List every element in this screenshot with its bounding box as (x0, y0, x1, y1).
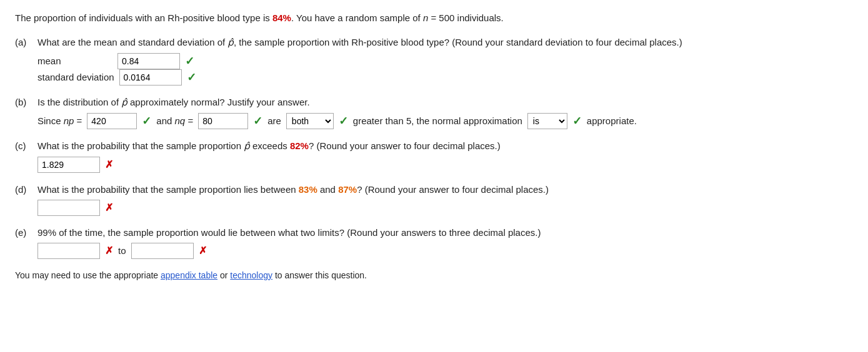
part-c-row: ✗ (37, 157, 853, 173)
np-check-icon: ✓ (142, 114, 151, 128)
section-d-question: What is the probability that the sample … (37, 184, 549, 195)
is-dropdown[interactable]: is is not (527, 113, 567, 129)
section-d: (d) What is the probability that the sam… (15, 184, 853, 216)
since-label: Since np = (37, 115, 82, 126)
section-b-body: Since np = ✓ and nq = ✓ are both neither… (37, 113, 853, 129)
section-e: (e) 99% of the time, the sample proporti… (15, 227, 853, 259)
part-c-percent: 82% (290, 140, 309, 151)
nq-input[interactable] (198, 113, 248, 129)
technology-link[interactable]: technology (230, 270, 272, 280)
section-a-body: mean ✓ standard deviation ✓ (37, 53, 853, 86)
part-e-x-icon2: ✗ (199, 245, 207, 257)
and-nq-label: and nq = (156, 115, 193, 126)
part-d-percent2: 87% (338, 184, 357, 195)
to-label: to (118, 245, 126, 256)
part-d-x-icon: ✗ (105, 202, 113, 213)
sd-label: standard deviation (37, 72, 114, 82)
section-d-letter: (d) (15, 184, 32, 195)
sd-row: standard deviation ✓ (37, 69, 853, 86)
section-a-letter: (a) (15, 37, 32, 47)
sd-input[interactable] (119, 69, 182, 86)
part-c-x-icon: ✗ (105, 159, 113, 170)
part-e-input2[interactable] (131, 243, 194, 259)
section-b-letter: (b) (15, 97, 32, 107)
intro-equals: = 500 individuals. (428, 12, 504, 23)
section-e-question: 99% of the time, the sample proportion w… (37, 227, 541, 238)
section-a-label: (a) What are the mean and standard devia… (15, 37, 853, 48)
both-dropdown[interactable]: both neither only np only nq (286, 113, 334, 129)
section-b: (b) Is the distribution of p̂ approximat… (15, 97, 853, 129)
mean-label: mean (37, 56, 112, 66)
appendix-table-link[interactable]: appendix table (161, 270, 217, 280)
intro-percent: 84% (272, 12, 291, 23)
section-c-body: ✗ (37, 157, 853, 173)
part-d-percent1: 83% (299, 184, 317, 195)
section-e-label: (e) 99% of the time, the sample proporti… (15, 227, 853, 238)
mean-check-icon: ✓ (185, 54, 194, 68)
is-check-icon: ✓ (572, 114, 582, 128)
section-c-question: What is the probability that the sample … (37, 140, 501, 152)
intro-text-before: The proportion of individuals with an Rh… (15, 12, 272, 23)
part-e-row: ✗ to ✗ (37, 243, 853, 259)
mean-row: mean ✓ (37, 53, 853, 69)
intro-n: n (423, 12, 428, 23)
section-a-question: What are the mean and standard deviation… (37, 37, 682, 48)
np-input[interactable] (87, 113, 137, 129)
footnote-text-middle: or (217, 270, 230, 280)
part-e-input1[interactable] (37, 243, 100, 259)
appropriate-text: appropriate. (587, 115, 637, 126)
footnote-text-after: to answer this question. (272, 270, 367, 280)
part-d-row: ✗ (37, 200, 853, 216)
part-d-input[interactable] (37, 200, 100, 216)
section-e-letter: (e) (15, 227, 32, 238)
intro-paragraph: The proportion of individuals with an Rh… (15, 11, 853, 26)
section-a: (a) What are the mean and standard devia… (15, 37, 853, 86)
section-c: (c) What is the probability that the sam… (15, 140, 853, 173)
section-d-body: ✗ (37, 200, 853, 216)
intro-text-middle: . You have a random sample of (291, 12, 423, 23)
section-d-label: (d) What is the probability that the sam… (15, 184, 853, 195)
footnote-text-before: You may need to use the appropriate (15, 270, 161, 280)
section-e-body: ✗ to ✗ (37, 243, 853, 259)
greater-text: greater than 5, the normal approximation (353, 115, 522, 126)
part-c-input[interactable] (37, 157, 100, 173)
part-b-row: Since np = ✓ and nq = ✓ are both neither… (37, 113, 853, 129)
mean-input[interactable] (117, 53, 180, 69)
section-b-label: (b) Is the distribution of p̂ approximat… (15, 97, 853, 108)
sd-check-icon: ✓ (187, 71, 196, 84)
section-c-label: (c) What is the probability that the sam… (15, 140, 853, 152)
nq-check-icon: ✓ (253, 114, 262, 128)
part-e-x-icon1: ✗ (105, 245, 113, 257)
section-c-letter: (c) (15, 140, 32, 151)
footnote: You may need to use the appropriate appe… (15, 270, 853, 280)
are-label: are (267, 115, 281, 126)
both-check-icon: ✓ (339, 114, 348, 128)
section-b-question: Is the distribution of p̂ approximately … (37, 97, 310, 108)
